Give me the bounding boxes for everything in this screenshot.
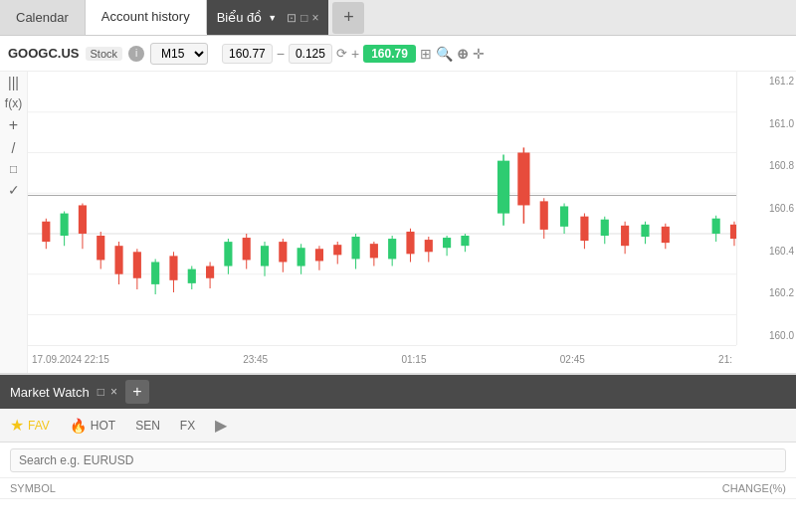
search-input[interactable] [10, 448, 786, 472]
more-icon: ▶ [215, 416, 227, 435]
svg-rect-39 [333, 245, 341, 255]
zoom-out-icon[interactable]: 🔍 [436, 46, 453, 62]
svg-rect-25 [206, 266, 214, 278]
chart-svg [28, 72, 736, 345]
star-icon: ★ [10, 416, 24, 435]
zoom-in-icon[interactable]: ⊕ [457, 46, 469, 62]
svg-rect-67 [621, 226, 629, 246]
y-label-3: 160.6 [739, 203, 794, 214]
y-axis: 161.2 161.0 160.8 160.6 160.4 160.2 160.… [736, 72, 796, 345]
price-display: 160.77 − 0.125 ⟳ + 160.79 ⊞ 🔍 ⊕ ✛ [222, 44, 485, 64]
svg-rect-45 [388, 239, 396, 259]
tab-calendar[interactable]: Calendar [0, 0, 86, 35]
price-current: 160.77 [222, 44, 273, 64]
hot-tab-label: HOT [91, 419, 115, 433]
x-axis: 17.09.2024 22:15 23:45 01:15 02:45 21: [28, 345, 736, 373]
chart-tab-icons: ⊡ □ × [287, 11, 318, 25]
refresh-icon[interactable]: ⟳ [336, 46, 347, 61]
col-change-label: CHANGE(%) [398, 482, 786, 494]
svg-rect-41 [351, 237, 359, 259]
function-icon[interactable]: f(x) [5, 97, 22, 109]
add-tab-button[interactable]: + [332, 2, 364, 34]
info-icon[interactable]: i [128, 46, 144, 62]
svg-rect-49 [425, 240, 433, 252]
rectangle-icon[interactable]: □ [10, 163, 17, 175]
market-tab-sen[interactable]: SEN [135, 419, 160, 433]
candlestick-chart[interactable] [28, 72, 736, 345]
fire-icon: 🔥 [70, 418, 87, 434]
svg-rect-51 [443, 238, 451, 248]
crosshair-icon[interactable]: ✛ [473, 46, 485, 62]
svg-rect-13 [97, 236, 104, 260]
tab-account-history[interactable]: Account history [86, 0, 207, 35]
svg-rect-59 [540, 201, 548, 230]
search-bar [0, 443, 796, 478]
svg-rect-65 [601, 220, 609, 236]
panel-toggle-icon[interactable]: ||| [8, 76, 19, 89]
market-watch-close-icon[interactable]: × [110, 385, 117, 399]
y-label-1: 161.0 [739, 118, 794, 129]
x-label-4: 21: [718, 354, 732, 365]
draw-line-icon[interactable]: / [12, 141, 16, 155]
svg-rect-55 [498, 161, 509, 214]
x-label-2: 01:15 [401, 354, 426, 365]
svg-rect-17 [133, 252, 141, 277]
maximize-icon[interactable]: □ [300, 11, 307, 25]
market-tab-more[interactable]: ▶ [215, 416, 227, 435]
svg-rect-47 [406, 232, 414, 254]
check-icon[interactable]: ✓ [8, 183, 20, 197]
svg-rect-33 [279, 242, 287, 262]
market-watch-section: Market Watch □ × + ★ FAV 🔥 HOT SEN FX ▶ [0, 374, 796, 532]
svg-rect-9 [61, 214, 69, 236]
x-label-0: 17.09.2024 22:15 [32, 354, 109, 365]
svg-rect-31 [261, 246, 269, 266]
svg-rect-43 [370, 244, 378, 258]
svg-rect-27 [224, 242, 232, 266]
svg-rect-21 [169, 256, 177, 279]
close-chart-icon[interactable]: × [311, 11, 318, 25]
price-step: 0.125 [289, 44, 332, 64]
chart-left-toolbar: ||| f(x) + / □ ✓ [0, 72, 28, 373]
price-main: 160.79 [363, 45, 416, 63]
top-tab-bar: Calendar Account history Biểu đồ ▼ ⊡ □ ×… [0, 0, 796, 36]
add-indicator-icon[interactable]: + [9, 117, 18, 133]
market-watch-header: Market Watch □ × + [0, 375, 796, 409]
market-tab-fav[interactable]: ★ FAV [10, 416, 50, 435]
indicators-icon[interactable]: ⊞ [420, 46, 432, 62]
svg-rect-11 [79, 205, 87, 234]
market-tab-fx[interactable]: FX [180, 419, 195, 433]
market-watch-restore-icon[interactable]: □ [98, 385, 104, 399]
y-label-6: 160.0 [739, 330, 794, 341]
svg-rect-63 [580, 217, 588, 241]
col-symbol-label: SYMBOL [10, 482, 398, 494]
market-watch-header-icons: □ × [98, 385, 117, 399]
svg-rect-37 [315, 249, 323, 261]
chart-toolbar: GOOGC.US Stock i M15 M1 M5 H1 D1 160.77 … [0, 36, 796, 72]
x-label-3: 02:45 [560, 354, 585, 365]
svg-rect-29 [243, 238, 251, 260]
svg-rect-15 [114, 246, 122, 274]
restore-icon[interactable]: ⊡ [287, 11, 297, 25]
symbol-type-badge: Stock [86, 47, 123, 61]
market-watch-tabs: ★ FAV 🔥 HOT SEN FX ▶ [0, 409, 796, 443]
y-label-5: 160.2 [739, 287, 794, 298]
fav-tab-label: FAV [28, 419, 50, 433]
svg-rect-73 [712, 219, 720, 234]
market-watch-title: Market Watch [10, 385, 90, 400]
timeframe-select[interactable]: M15 M1 M5 H1 D1 [150, 43, 208, 65]
plus-icon[interactable]: + [351, 46, 359, 62]
svg-rect-53 [461, 236, 469, 246]
svg-rect-69 [641, 225, 649, 237]
svg-rect-35 [298, 248, 305, 266]
sen-tab-label: SEN [135, 419, 160, 433]
fx-tab-label: FX [180, 419, 195, 433]
market-tab-hot[interactable]: 🔥 HOT [70, 418, 115, 434]
y-label-4: 160.4 [739, 246, 794, 257]
y-label-0: 161.2 [739, 76, 794, 87]
tab-chart[interactable]: Biểu đồ ▼ ⊡ □ × [207, 0, 329, 35]
minus-icon[interactable]: − [277, 46, 285, 62]
svg-rect-19 [151, 262, 159, 283]
symbol-label: GOOGC.US [8, 46, 80, 61]
table-header: SYMBOL CHANGE(%) [0, 478, 796, 499]
market-watch-add-button[interactable]: + [125, 380, 149, 404]
